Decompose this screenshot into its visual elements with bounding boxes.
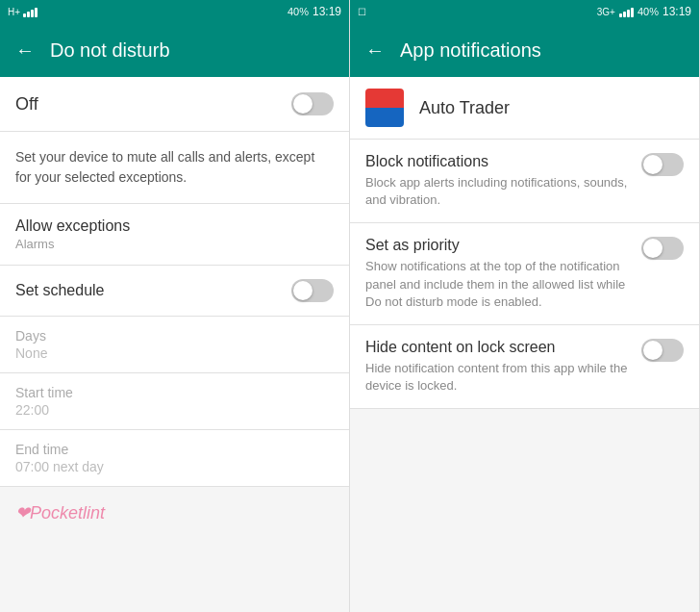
left-panel: H+ 40% 13:19 ← Do not disturb Off Set yo… (0, 0, 350, 612)
block-notifications-toggle[interactable] (641, 153, 684, 176)
right-network-type: 3G+ (597, 7, 615, 17)
right-signal-bars-icon (619, 6, 634, 17)
watermark: ❤Pocketlint (0, 487, 349, 539)
start-time-label: Start time (15, 385, 334, 400)
days-label: Days (15, 328, 334, 344)
start-time-value: 22:00 (15, 402, 334, 418)
dnd-toggle[interactable] (291, 92, 334, 115)
right-header: ← App notifications (350, 23, 699, 77)
set-priority-desc: Show notifications at the top of the not… (365, 258, 630, 311)
hide-content-row: Hide content on lock screen Hide notific… (365, 339, 684, 395)
hide-content-desc: Hide notification content from this app … (365, 360, 630, 395)
set-schedule-row[interactable]: Set schedule (0, 266, 349, 317)
end-time-value: 07:00 next day (15, 459, 334, 474)
right-battery-indicator: 40% (638, 6, 659, 17)
app-icon-top (365, 89, 404, 108)
hide-content-title: Hide content on lock screen (365, 339, 630, 356)
allow-exceptions-label: Allow exceptions (15, 217, 334, 235)
block-notifications-row: Block notifications Block app alerts inc… (365, 153, 684, 209)
app-name: Auto Trader (419, 98, 510, 118)
end-time-label: End time (15, 442, 334, 457)
right-clock: 13:19 (662, 5, 691, 18)
dnd-off-row: Off (0, 77, 349, 132)
app-icon (365, 89, 404, 127)
network-type: H+ (8, 7, 20, 17)
block-notifications-desc: Block app alerts including notifications… (365, 174, 630, 209)
right-content: Auto Trader Block notifications Block ap… (350, 77, 699, 612)
right-back-button[interactable]: ← (365, 39, 385, 62)
left-status-bar: H+ 40% 13:19 (0, 0, 349, 23)
left-content: Off Set your device to mute all calls an… (0, 77, 349, 612)
days-item[interactable]: Days None (0, 317, 349, 373)
watermark-text: Pocketlint (30, 503, 105, 523)
dnd-description: Set your device to mute all calls and al… (0, 132, 349, 204)
app-icon-bottom (365, 108, 404, 127)
battery-indicator: 40% (288, 6, 309, 17)
left-header-title: Do not disturb (50, 39, 170, 62)
set-priority-item: Set as priority Show notifications at th… (350, 223, 699, 325)
block-notifications-item: Block notifications Block app alerts inc… (350, 140, 699, 223)
clock: 13:19 (312, 5, 341, 18)
days-value: None (15, 345, 334, 361)
allow-exceptions-item[interactable]: Allow exceptions Alarms (0, 204, 349, 266)
right-monitor-icon: ☐ (358, 7, 366, 17)
app-header-row: Auto Trader (350, 77, 699, 140)
left-header: ← Do not disturb (0, 23, 349, 77)
block-notifications-text: Block notifications Block app alerts inc… (365, 153, 630, 209)
block-notifications-title: Block notifications (365, 153, 630, 170)
right-header-title: App notifications (400, 39, 541, 62)
dnd-off-label: Off (15, 94, 38, 115)
set-schedule-label: Set schedule (15, 282, 105, 299)
set-priority-title: Set as priority (365, 237, 630, 254)
hide-content-toggle[interactable] (641, 339, 684, 362)
end-time-item[interactable]: End time 07:00 next day (0, 430, 349, 487)
left-status-icons: H+ (8, 6, 38, 17)
watermark-icon: ❤ (15, 503, 30, 523)
hide-content-item: Hide content on lock screen Hide notific… (350, 325, 699, 409)
hide-content-text: Hide content on lock screen Hide notific… (365, 339, 630, 395)
dnd-description-text: Set your device to mute all calls and al… (15, 147, 334, 188)
schedule-toggle[interactable] (291, 279, 334, 302)
right-status-bar: ☐ 3G+ 40% 13:19 (350, 0, 699, 23)
start-time-item[interactable]: Start time 22:00 (0, 373, 349, 430)
right-panel: ☐ 3G+ 40% 13:19 ← App notifications Auto… (350, 0, 700, 612)
set-priority-toggle[interactable] (641, 237, 684, 260)
signal-bars-icon (23, 6, 38, 17)
set-priority-row: Set as priority Show notifications at th… (365, 237, 684, 311)
left-back-button[interactable]: ← (15, 39, 35, 62)
allow-exceptions-sublabel: Alarms (15, 237, 334, 251)
set-priority-text: Set as priority Show notifications at th… (365, 237, 630, 311)
